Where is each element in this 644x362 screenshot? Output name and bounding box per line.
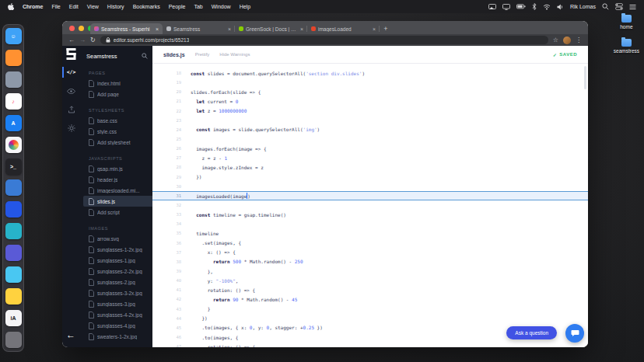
minimize-window-button[interactable] <box>79 26 84 31</box>
menu-tab[interactable]: Tab <box>194 4 202 9</box>
menu-window[interactable]: Window <box>212 4 231 9</box>
volume-icon[interactable] <box>557 4 564 10</box>
dock-app-yellow-icon[interactable] <box>5 288 22 305</box>
menu-help[interactable]: Help <box>240 4 250 9</box>
menu-people[interactable]: People <box>169 4 186 9</box>
code-line[interactable]: 25 <box>152 134 588 144</box>
add-file-button[interactable]: Add script <box>83 207 148 218</box>
dock-app-photo-icon[interactable] <box>5 179 22 196</box>
file-item[interactable]: sunglasses-3.jpg <box>83 298 148 309</box>
apple-menu-icon[interactable] <box>8 3 14 11</box>
spotlight-icon[interactable] <box>602 3 609 10</box>
dock-ia-writer-icon[interactable]: iA <box>5 310 22 326</box>
open-file-tab[interactable]: slides.js <box>163 52 185 57</box>
code-line[interactable]: 21 let current = 0 <box>152 96 588 106</box>
tab-close-icon[interactable]: × <box>228 26 231 32</box>
file-item[interactable]: gsap.min.js <box>83 163 148 174</box>
file-item[interactable]: sunglasses-4-2x.jpg <box>83 309 148 320</box>
bookmark-star-icon[interactable]: ☆ <box>553 37 558 44</box>
code-line[interactable]: 22 let z = 1000000000 <box>152 106 588 116</box>
browser-tab[interactable]: Seamstress - Superhi× <box>90 23 163 34</box>
code-line[interactable]: 35 timeline <box>152 228 588 238</box>
ask-question-button[interactable]: Ask a question <box>506 326 557 339</box>
code-line[interactable]: 44 }) <box>152 314 588 323</box>
dock-app-cyan-icon[interactable] <box>5 266 22 283</box>
file-item[interactable]: arrow.svg <box>83 233 148 244</box>
dock-app-store-icon[interactable]: A <box>5 115 22 131</box>
dock-finder-icon[interactable]: ☺ <box>5 28 22 44</box>
prettify-button[interactable]: Prettify <box>195 52 210 57</box>
menubar-user-name[interactable]: Rik Lomas <box>570 4 596 9</box>
add-file-button[interactable]: Add stylesheet <box>83 137 148 148</box>
back-button[interactable]: ← <box>68 37 75 44</box>
settings-gear-icon[interactable] <box>62 119 80 137</box>
file-item[interactable]: sunglasses-2.jpg <box>83 277 148 287</box>
code-editor[interactable]: 18const slides = document.querySelectorA… <box>152 64 588 347</box>
dock-app-teal-icon[interactable] <box>5 223 22 239</box>
file-item[interactable]: sunglasses-2-2x.jpg <box>83 266 148 277</box>
preview-eye-icon[interactable] <box>62 82 80 100</box>
file-item[interactable]: sunglasses-4.jpg <box>83 320 148 331</box>
code-line[interactable]: 42 return 90 * Math.random() - 45 <box>152 294 588 304</box>
code-line[interactable]: 39 }, <box>152 266 588 276</box>
browser-tab[interactable]: imagesLoaded× <box>307 23 380 34</box>
battery-icon[interactable] <box>516 4 526 9</box>
menu-view[interactable]: View <box>87 4 99 9</box>
tab-close-icon[interactable]: × <box>156 26 159 32</box>
wifi-icon[interactable] <box>543 4 551 10</box>
screen-mirroring-icon[interactable] <box>488 4 496 10</box>
file-item[interactable]: index.html <box>83 78 148 89</box>
code-line[interactable]: 32 <box>152 200 588 210</box>
menu-bookmarks[interactable]: Bookmarks <box>133 4 160 9</box>
browser-profile-avatar[interactable] <box>563 37 571 44</box>
hide-warnings-button[interactable]: Hide Warnings <box>219 52 250 57</box>
file-item[interactable]: sunglasses-1.jpg <box>83 255 148 266</box>
tab-close-icon[interactable]: × <box>373 26 376 32</box>
menu-file[interactable]: File <box>51 4 60 9</box>
tab-close-icon[interactable]: × <box>300 26 303 32</box>
menu-edit[interactable]: Edit <box>69 4 79 9</box>
code-line[interactable]: 31 imagesLoaded(image) <box>152 191 588 200</box>
code-line[interactable]: 33 const timeline = gsap.timeline() <box>152 210 588 219</box>
code-line[interactable]: 23 <box>152 116 588 125</box>
dock-app-blue-icon[interactable] <box>5 201 22 218</box>
dock-terminal-icon[interactable]: >_ <box>5 158 22 175</box>
menu-history[interactable]: History <box>107 4 124 9</box>
file-item[interactable]: slides.js <box>83 196 152 207</box>
upload-icon[interactable] <box>62 100 80 119</box>
code-line[interactable]: 34 <box>152 219 588 228</box>
code-line[interactable]: 19 <box>152 78 588 87</box>
browser-menu-icon[interactable]: ⋮ <box>576 37 582 44</box>
code-line[interactable]: 47 rotation: () => { <box>152 342 588 347</box>
file-item[interactable]: base.css <box>83 115 148 126</box>
browser-tab[interactable]: GreenSock | Docs | GSAP× <box>235 23 307 34</box>
code-line[interactable]: 37 x: () => { <box>152 248 588 257</box>
dock-trash-icon[interactable] <box>5 332 22 348</box>
address-bar[interactable]: editor.superhi.com/projects/65213 <box>100 36 548 44</box>
desktop-folder-seamstress[interactable]: seamstress <box>614 39 639 54</box>
dock-app-indigo-icon[interactable] <box>5 245 22 261</box>
add-file-button[interactable]: Add page <box>83 89 148 99</box>
code-line[interactable]: 24 const images = slide.querySelectorAll… <box>152 125 588 134</box>
file-item[interactable]: sunglasses-3-2x.jpg <box>83 287 148 298</box>
superhi-logo[interactable] <box>65 48 77 60</box>
code-line[interactable]: 43 } <box>152 305 588 314</box>
reload-button[interactable]: ↻ <box>90 37 96 44</box>
display-icon[interactable] <box>502 4 510 10</box>
new-tab-button[interactable]: + <box>380 23 392 34</box>
notification-icon[interactable] <box>629 4 636 10</box>
back-to-dashboard-button[interactable]: ← <box>66 330 75 339</box>
chat-widget-button[interactable] <box>565 324 584 343</box>
menu-chrome[interactable]: Chrome <box>23 4 43 9</box>
code-line[interactable]: 27 z = z - 1 <box>152 153 588 162</box>
code-line[interactable]: 26 images.forEach(image => { <box>152 144 588 153</box>
desktop-folder-home[interactable]: home <box>620 15 632 30</box>
control-center-icon[interactable] <box>615 3 623 10</box>
code-line[interactable]: 36 .set(images, { <box>152 238 588 248</box>
browser-tab[interactable]: Seamstress× <box>163 23 235 34</box>
bluetooth-icon[interactable] <box>532 3 537 10</box>
code-line[interactable]: 41 rotation: () => { <box>152 285 588 294</box>
code-line[interactable]: 18const slides = document.querySelectorA… <box>152 68 588 78</box>
search-icon[interactable] <box>142 53 148 59</box>
dock-music-icon[interactable]: ♪ <box>5 93 22 110</box>
